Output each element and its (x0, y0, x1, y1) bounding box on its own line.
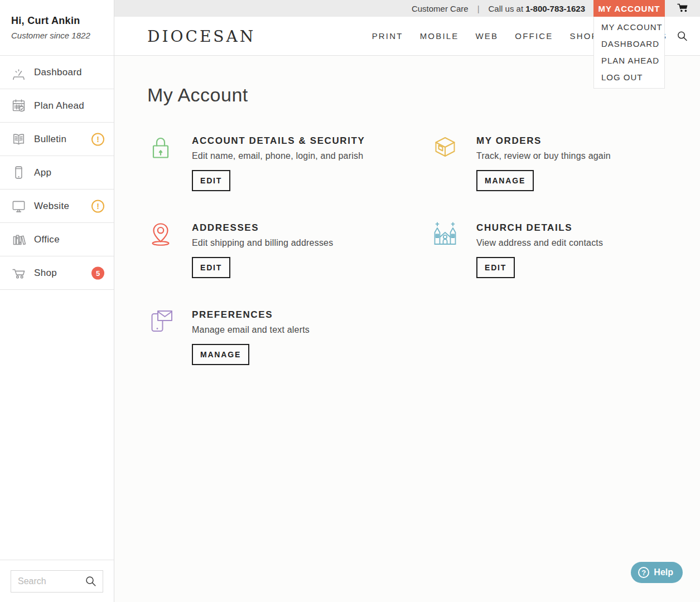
card-description: Edit shipping and billing addresses (192, 238, 333, 248)
smartphone-icon (11, 165, 26, 180)
manage-preferences-button[interactable]: MANAGE (192, 344, 249, 365)
utility-topbar: Customer Care | Call us at 1-800-783-162… (114, 0, 700, 17)
account-details-card: ACCOUNT DETAILS & SECURITY Edit name, em… (147, 134, 432, 191)
card-title: ACCOUNT DETAILS & SECURITY (192, 134, 365, 147)
edit-addresses-button[interactable]: EDIT (192, 257, 230, 278)
nav-item-web[interactable]: WEB (476, 31, 499, 41)
alert-icon: ! (91, 133, 104, 145)
sidebar-item-website[interactable]: Website ! (0, 190, 114, 223)
dropdown-item-plan-ahead[interactable]: PLAN AHEAD (594, 52, 664, 69)
card-description: Track, review or buy things again (476, 151, 611, 161)
addresses-card: ADDRESSES Edit shipping and billing addr… (147, 221, 432, 278)
cart-icon (676, 2, 689, 15)
card-description: Manage email and text alerts (192, 325, 310, 335)
dropdown-item-dashboard[interactable]: DASHBOARD (594, 36, 664, 52)
customer-since-label: Customer since 1822 (11, 31, 103, 40)
package-icon (432, 134, 460, 191)
call-us-text: Call us at 1-800-783-1623 (489, 4, 585, 13)
sidebar-item-dashboard[interactable]: Dashboard (0, 56, 114, 89)
phone-number: 1-800-783-1623 (525, 4, 585, 13)
nav-item-print[interactable]: PRINT (372, 31, 403, 41)
topbar-separator: | (477, 4, 480, 13)
sidebar-item-app[interactable]: App (0, 156, 114, 190)
church-icon (432, 221, 460, 278)
preferences-card: PREFERENCES Manage email and text alerts… (147, 308, 432, 365)
shop-count-badge: 5 (91, 266, 104, 279)
gauge-icon (11, 65, 26, 80)
church-details-card: CHURCH DETAILS View address and edit con… (432, 221, 700, 278)
calendar-check-icon (11, 98, 26, 113)
sidebar-search-area (0, 560, 114, 602)
user-greeting: Hi, Curt Ankin (11, 15, 103, 27)
edit-church-details-button[interactable]: EDIT (476, 257, 515, 278)
sidebar-item-label: App (34, 167, 51, 178)
help-button[interactable]: ? Help (631, 562, 683, 583)
sidebar-item-plan-ahead[interactable]: Plan Ahead (0, 89, 114, 123)
account-sidebar: Hi, Curt Ankin Customer since 1822 Dashb… (0, 0, 114, 602)
header-search-icon[interactable] (676, 30, 689, 42)
books-icon (11, 232, 26, 247)
lock-icon (147, 134, 175, 191)
card-title: CHURCH DETAILS (476, 221, 572, 234)
sidebar-item-label: Dashboard (34, 67, 82, 78)
my-orders-card: MY ORDERS Track, review or buy things ag… (432, 134, 700, 191)
question-mark-icon: ? (638, 567, 649, 578)
account-cards-grid: ACCOUNT DETAILS & SECURITY Edit name, em… (147, 134, 700, 365)
mail-phone-icon (147, 308, 175, 365)
user-greeting-block: Hi, Curt Ankin Customer since 1822 (0, 0, 114, 56)
main-content: My Account ACCOUNT DETAILS & SECURITY Ed… (114, 56, 700, 602)
manage-orders-button[interactable]: MANAGE (476, 170, 534, 191)
sidebar-item-label: Shop (34, 268, 57, 279)
card-title: PREFERENCES (192, 308, 273, 321)
alert-icon: ! (91, 200, 104, 212)
monitor-icon (11, 198, 26, 213)
help-label: Help (654, 567, 673, 577)
dropdown-item-my-account[interactable]: MY ACCOUNT (594, 19, 664, 36)
cart-icon (11, 265, 26, 280)
my-account-button[interactable]: MY ACCOUNT (593, 0, 665, 17)
search-icon[interactable] (84, 575, 98, 588)
cart-button[interactable] (665, 2, 700, 15)
card-title: MY ORDERS (476, 134, 542, 147)
account-dropdown-menu: MY ACCOUNT DASHBOARD PLAN AHEAD LOG OUT (593, 17, 665, 89)
sidebar-item-bulletin[interactable]: Bulletin ! (0, 123, 114, 156)
card-description: View address and edit contacts (476, 238, 603, 248)
sidebar-item-office[interactable]: Office (0, 223, 114, 256)
card-description: Edit name, email, phone, login, and pari… (192, 151, 363, 161)
sidebar-menu: Dashboard Plan Ahead (0, 56, 114, 290)
customer-care-link[interactable]: Customer Care (412, 4, 469, 13)
dropdown-item-log-out[interactable]: LOG OUT (594, 69, 664, 86)
diocesan-logo[interactable]: DIOCESAN (147, 27, 255, 45)
sidebar-item-label: Bulletin (34, 134, 66, 145)
sidebar-item-label: Plan Ahead (34, 100, 84, 111)
nav-item-office[interactable]: OFFICE (515, 31, 553, 41)
open-book-icon (11, 132, 26, 147)
nav-item-mobile[interactable]: MOBILE (420, 31, 459, 41)
sidebar-item-label: Office (34, 234, 60, 245)
sidebar-item-label: Website (34, 201, 69, 212)
sidebar-item-shop[interactable]: Shop 5 (0, 256, 114, 290)
card-title: ADDRESSES (192, 221, 259, 234)
edit-account-details-button[interactable]: EDIT (192, 170, 230, 191)
map-pin-icon (147, 221, 175, 278)
